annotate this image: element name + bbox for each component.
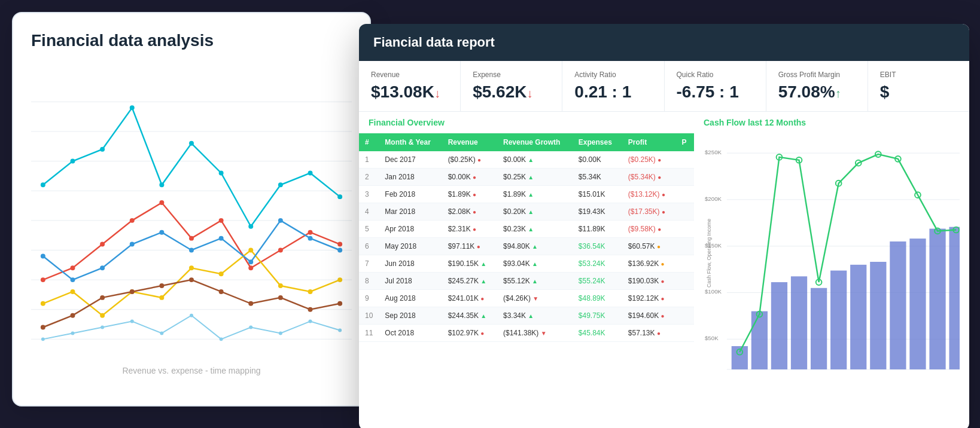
svg-point-73 [309, 320, 312, 323]
svg-point-43 [71, 277, 75, 282]
row-expenses: $15.01K [573, 186, 622, 203]
row-p-extra [675, 186, 694, 203]
svg-point-66 [101, 326, 104, 329]
row-month: Oct 2018 [379, 325, 442, 342]
kpi-quick: Quick Ratio -6.75 : 1 [665, 61, 766, 111]
svg-point-35 [159, 295, 164, 300]
trend-down-icon: ● [473, 191, 476, 198]
row-revenue: $2.08K ● [442, 203, 497, 221]
cash-flow-chart: $250K $200K $150K $100K $50K Cash Flow, … [704, 133, 960, 390]
row-month: Feb 2018 [379, 186, 442, 203]
growth-up-icon: ▲ [528, 174, 534, 181]
row-rev-growth: $55.12K ▲ [497, 273, 573, 290]
svg-point-17 [278, 182, 283, 187]
row-p-extra [675, 238, 694, 255]
row-expenses: $53.24K [573, 255, 622, 273]
row-rev-growth: ($4.26K) ▼ [497, 290, 573, 307]
svg-point-20 [41, 277, 45, 282]
row-month: Mar 2018 [379, 203, 442, 221]
svg-text:$50K: $50K [705, 335, 719, 341]
row-month: Apr 2018 [379, 221, 442, 238]
growth-down-icon: ▼ [532, 295, 538, 302]
row-rev-growth: $0.23K ▲ [497, 221, 573, 238]
kpi-quick-value: -6.75 : 1 [677, 82, 754, 102]
svg-point-41 [337, 277, 342, 282]
trend-neutral-icon: ● [661, 261, 665, 267]
growth-up-icon: ▲ [532, 243, 538, 250]
col-p: P [675, 133, 694, 151]
trend-up-icon: ▲ [480, 261, 486, 267]
svg-point-23 [130, 218, 135, 223]
table-row: 10 Sep 2018 $244.35K ▲ $3.34K ▲ $49.75K … [359, 307, 694, 325]
growth-up-icon: ▲ [528, 191, 534, 198]
kpi-expense: Expense $5.62K↓ [461, 61, 562, 111]
chart-subtitle: Revenue vs. expense - time mapping [31, 366, 352, 375]
trend-down-icon: ● [662, 191, 665, 198]
svg-point-15 [219, 170, 224, 175]
row-month: Jan 2018 [379, 169, 442, 186]
svg-point-69 [190, 314, 193, 317]
row-number: 8 [359, 273, 379, 290]
svg-point-22 [100, 242, 105, 247]
kpi-gross-margin-value: 57.08%↑ [778, 82, 856, 102]
svg-point-47 [189, 248, 194, 253]
row-p-extra [675, 203, 694, 221]
trend-down-icon: ● [477, 157, 481, 163]
trend-down-icon: ● [480, 295, 484, 302]
kpi-revenue-label: Revenue [371, 71, 448, 79]
kpi-activity: Activity Ratio 0.21 : 1 [562, 61, 664, 111]
svg-point-58 [189, 277, 194, 282]
svg-point-70 [220, 337, 223, 341]
svg-point-64 [41, 337, 45, 341]
trend-down-icon: ● [658, 174, 661, 181]
svg-point-21 [71, 265, 75, 270]
svg-point-24 [159, 200, 164, 205]
svg-point-54 [71, 313, 75, 318]
row-expenses: $49.75K [573, 307, 622, 325]
svg-point-16 [248, 224, 253, 229]
row-expenses: $0.00K [573, 151, 622, 169]
row-number: 1 [359, 151, 379, 169]
svg-point-63 [337, 301, 342, 306]
row-month: May 2018 [379, 238, 442, 255]
svg-point-46 [159, 230, 164, 235]
growth-up-icon: ▲ [528, 157, 534, 163]
svg-point-50 [278, 218, 283, 223]
row-revenue: $102.97K ● [442, 325, 497, 342]
svg-rect-93 [850, 265, 866, 369]
row-rev-growth: ($141.38K) ▼ [497, 325, 573, 342]
svg-rect-98 [949, 227, 960, 369]
row-p-extra [675, 255, 694, 273]
trend-down-icon: ● [473, 226, 476, 233]
row-expenses: $36.54K [573, 238, 622, 255]
kpi-activity-label: Activity Ratio [574, 71, 652, 79]
svg-rect-89 [771, 282, 787, 369]
row-profit: $60.57K ● [622, 238, 676, 255]
row-profit: ($17.35K) ● [622, 203, 676, 221]
svg-point-71 [249, 326, 252, 329]
col-rev-growth: Revenue Growth [497, 133, 573, 151]
table-row: 3 Feb 2018 $1.89K ● $1.89K ▲ $15.01K ($1… [359, 186, 694, 203]
row-number: 5 [359, 221, 379, 238]
svg-point-39 [278, 283, 283, 288]
svg-point-53 [41, 325, 45, 330]
trend-down-icon: ● [480, 330, 484, 337]
row-rev-growth: $1.89K ▲ [497, 186, 573, 203]
svg-text:$250K: $250K [705, 149, 722, 155]
svg-rect-88 [751, 311, 768, 369]
row-revenue: $245.27K ▲ [442, 273, 497, 290]
kpi-row: Revenue $13.08K↓ Expense $5.62K↓ Activit… [359, 61, 969, 112]
row-revenue: $244.35K ▲ [442, 307, 497, 325]
row-profit: ($0.25K) ● [622, 151, 676, 169]
trend-up-icon: ▲ [480, 313, 486, 319]
svg-point-56 [130, 289, 135, 294]
table-row: 8 Jul 2018 $245.27K ▲ $55.12K ▲ $55.24K … [359, 273, 694, 290]
row-p-extra [675, 307, 694, 325]
svg-point-12 [130, 105, 135, 110]
table-row: 11 Oct 2018 $102.97K ● ($141.38K) ▼ $45.… [359, 325, 694, 342]
row-p-extra [675, 325, 694, 342]
svg-point-65 [71, 331, 75, 335]
svg-point-18 [308, 170, 313, 175]
row-profit: $192.12K ● [622, 290, 676, 307]
col-profit: Profit [622, 133, 676, 151]
